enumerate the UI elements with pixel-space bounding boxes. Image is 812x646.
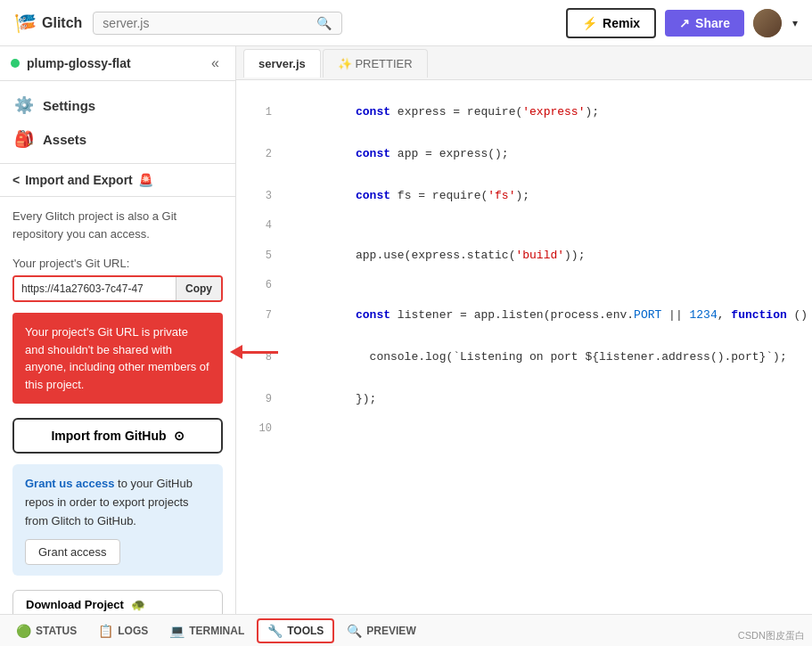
sidebar-settings-label: Settings: [43, 98, 95, 113]
search-input[interactable]: [103, 16, 316, 30]
git-url-input[interactable]: [14, 277, 176, 300]
code-line-6: 6: [236, 276, 812, 294]
settings-icon: ⚙️: [14, 95, 34, 115]
editor-tabs: server.js ✨ PRETTIER: [236, 46, 812, 80]
sidebar-nav: ⚙️ Settings 🎒 Assets: [0, 81, 235, 163]
code-line-3: 3 const fs = require('fs');: [236, 175, 812, 217]
bottom-toolbar: 🟢 STATUS 📋 LOGS 💻 TERMINAL 🔧 TOOLS 🔍 PRE…: [0, 614, 812, 646]
preview-icon: 🔍: [347, 624, 362, 638]
toolbar-preview[interactable]: 🔍 PREVIEW: [338, 620, 424, 642]
sidebar-item-settings[interactable]: ⚙️ Settings: [0, 88, 235, 122]
remix-label: Remix: [603, 16, 640, 30]
sidebar-item-assets[interactable]: 🎒 Assets: [0, 122, 235, 156]
line-content-1: const express = require('express');: [286, 92, 599, 132]
status-icon: 🟢: [16, 624, 31, 638]
project-name-label: plump-glossy-flat: [27, 56, 131, 70]
logo-text: Glitch: [42, 15, 82, 31]
arrow-annotation: [230, 345, 278, 359]
import-github-label: Import from GitHub: [51, 429, 166, 443]
search-bar[interactable]: 🔍: [93, 12, 342, 35]
arrow-line: [242, 351, 278, 354]
terminal-icon: 💻: [169, 624, 185, 638]
code-line-4: 4: [236, 217, 812, 234]
header-left: 🎏 Glitch 🔍: [14, 12, 342, 35]
line-content-4: [286, 219, 293, 233]
arrow-head: [230, 345, 242, 359]
line-content-8: console.log(`Listening on port ${listene…: [286, 337, 787, 377]
git-url-box: Copy: [12, 275, 223, 302]
avatar-image: [753, 9, 782, 37]
logs-icon: 📋: [98, 624, 113, 638]
share-button[interactable]: ↗ Share: [665, 10, 744, 37]
copy-url-button[interactable]: Copy: [176, 277, 221, 300]
toolbar-tools[interactable]: 🔧 TOOLS: [257, 618, 334, 643]
remix-button[interactable]: ⚡ Remix: [566, 8, 656, 38]
collapse-sidebar-button[interactable]: «: [206, 53, 225, 73]
share-label: Share: [695, 16, 730, 30]
line-num-1: 1: [250, 106, 272, 119]
avatar-chevron-icon[interactable]: ▾: [792, 17, 798, 29]
code-line-9: 9 });: [236, 378, 812, 420]
code-editor[interactable]: 1 const express = require('express'); 2 …: [236, 80, 812, 614]
header-right: ⚡ Remix ↗ Share ▾: [566, 8, 798, 38]
line-content-5: app.use(express.static('build'));: [286, 235, 585, 275]
line-num-5: 5: [250, 249, 272, 262]
line-num-4: 4: [250, 219, 272, 232]
code-line-2: 2 const app = express();: [236, 133, 812, 175]
logo: 🎏 Glitch: [14, 12, 82, 34]
line-num-3: 3: [250, 190, 272, 202]
grant-link[interactable]: Grant us access: [25, 477, 114, 490]
status-label: STATUS: [36, 625, 77, 637]
sidebar-assets-label: Assets: [43, 132, 86, 147]
toolbar-terminal[interactable]: 💻 TERMINAL: [160, 620, 253, 642]
code-line-1: 1 const express = require('express');: [236, 91, 812, 133]
project-status-dot: [11, 59, 20, 68]
github-grant-box: Grant us access to your GitHub repos in …: [12, 464, 223, 576]
download-project-button[interactable]: Download Project 🐢: [12, 590, 223, 614]
line-content-3: const fs = require('fs');: [286, 176, 529, 216]
main-layout: plump-glossy-flat « ⚙️ Settings 🎒 Assets…: [0, 46, 812, 614]
line-num-2: 2: [250, 148, 272, 160]
import-export-panel: < Import and Export 🚨 Every Glitch proje…: [0, 163, 235, 614]
header: 🎏 Glitch 🔍 ⚡ Remix ↗ Share ▾: [0, 0, 812, 46]
toolbar-logs[interactable]: 📋 LOGS: [89, 620, 157, 642]
avatar[interactable]: [753, 9, 782, 37]
git-warning-box: Your project's Git URL is private and sh…: [12, 313, 223, 404]
tab-server-js-label: server.js: [258, 57, 306, 70]
import-export-title: Import and Export: [25, 173, 133, 187]
code-line-5: 5 app.use(express.static('build'));: [236, 234, 812, 276]
tools-label: TOOLS: [287, 625, 324, 637]
assets-icon: 🎒: [14, 129, 34, 149]
line-content-10: [286, 422, 293, 436]
sidebar: plump-glossy-flat « ⚙️ Settings 🎒 Assets…: [0, 46, 236, 614]
tab-prettier-label: ✨ PRETTIER: [338, 57, 413, 70]
line-num-7: 7: [250, 309, 272, 322]
glitch-logo-icon: 🎏: [14, 12, 37, 34]
search-icon: 🔍: [316, 16, 332, 30]
share-icon: ↗: [679, 16, 690, 30]
line-num-9: 9: [250, 393, 272, 405]
watermark: CSDN图皮蛋白: [738, 629, 805, 642]
code-line-10: 10: [236, 420, 812, 437]
tab-prettier[interactable]: ✨ PRETTIER: [323, 49, 428, 78]
import-export-chevron: <: [12, 173, 20, 187]
tools-icon: 🔧: [267, 624, 283, 638]
line-content-9: });: [286, 379, 376, 419]
download-label: Download Project: [26, 598, 124, 611]
git-url-label: Your project's Git URL:: [12, 257, 223, 270]
project-name: plump-glossy-flat: [11, 56, 131, 70]
editor-area: server.js ✨ PRETTIER 1 const express = r…: [236, 46, 812, 614]
tab-server-js[interactable]: server.js: [243, 49, 321, 78]
git-description: Every Glitch project is also a Git repos…: [12, 208, 223, 242]
toolbar-status[interactable]: 🟢 STATUS: [7, 620, 86, 642]
line-num-6: 6: [250, 279, 272, 291]
download-icon: 🐢: [131, 598, 145, 611]
grant-access-button[interactable]: Grant access: [25, 539, 120, 565]
import-export-emoji: 🚨: [138, 173, 153, 187]
line-content-7: const listener = app.listen(process.env.…: [286, 295, 812, 335]
import-export-header[interactable]: < Import and Export 🚨: [0, 164, 235, 197]
import-github-button[interactable]: Import from GitHub ⊙: [12, 418, 223, 454]
line-num-10: 10: [250, 422, 272, 435]
code-line-8: 8 console.log(`Listening on port ${liste…: [236, 336, 812, 378]
remix-icon: ⚡: [582, 16, 597, 30]
